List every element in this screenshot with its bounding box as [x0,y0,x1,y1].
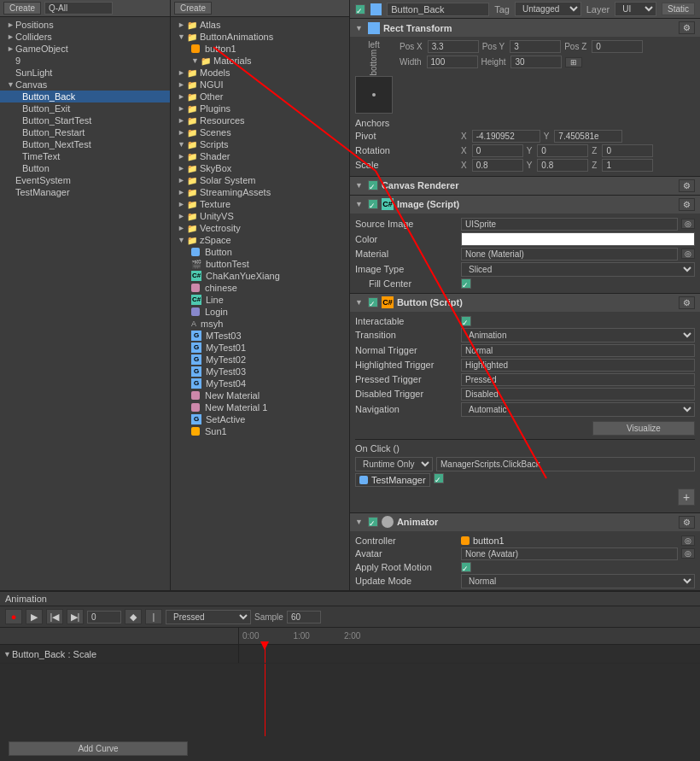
image-script-checkbox[interactable] [368,199,378,209]
hierarchy-create-button[interactable]: Create [3,2,41,15]
posy-input[interactable] [510,40,561,53]
project-item-sun1[interactable]: Sun1 [171,425,349,437]
scalez-input[interactable] [602,159,653,172]
project-item-setactive[interactable]: G SetActive [171,413,349,425]
clip-dropdown[interactable]: Pressed [166,610,251,624]
material-input[interactable] [461,248,678,260]
project-item-texture[interactable]: Texture [171,198,349,210]
hierarchy-item-9[interactable]: 9 [0,55,170,67]
material-picker[interactable]: ◎ [681,249,695,259]
project-item-zspace[interactable]: zSpace [171,234,349,246]
project-item-button1[interactable]: button1 [171,43,349,55]
test-manager-checkbox[interactable] [434,473,444,483]
project-item-buttontest[interactable]: buttonTest [171,258,349,270]
transition-dropdown[interactable]: Animation [461,328,695,342]
project-item-mytest02[interactable]: G MyTest02 [171,354,349,366]
visualize-button[interactable]: Visualize [592,421,695,436]
play-button[interactable]: ▶ [26,609,43,624]
apply-root-motion-checkbox[interactable] [461,562,471,572]
controller-picker[interactable]: ◎ [681,536,695,546]
scaley-input[interactable] [537,159,588,172]
project-item-scenes[interactable]: Scenes [171,126,349,138]
posx-input[interactable] [428,40,479,53]
canvas-renderer-header[interactable]: ▼ Canvas Renderer ⚙ [350,177,700,195]
canvas-renderer-menu[interactable]: ⚙ [679,179,695,192]
project-item-resources[interactable]: Resources [171,114,349,126]
hierarchy-item-positions[interactable]: Positions [0,19,170,31]
image-script-header[interactable]: ▼ C# Image (Script) ⚙ [350,196,700,214]
canvas-renderer-checkbox[interactable] [368,180,378,190]
record-button[interactable]: ● [5,609,22,624]
project-item-ngui[interactable]: NGUI [171,79,349,91]
hierarchy-item-canvas[interactable]: Canvas [0,79,170,91]
project-item-other[interactable]: Other [171,91,349,102]
pivot-y-input[interactable] [554,130,622,143]
avatar-picker[interactable]: ◎ [681,548,695,559]
layer-dropdown[interactable]: UI [615,2,656,16]
button-script-header[interactable]: ▼ C# Button (Script) ⚙ [350,294,700,312]
navigation-dropdown[interactable]: Automatic [461,402,695,417]
project-item-shader[interactable]: Shader [171,150,349,162]
project-item-plugins[interactable]: Plugins [171,102,349,114]
prev-frame-button[interactable]: |◀ [46,609,63,624]
project-create-button[interactable]: Create [174,2,212,15]
project-item-mytest04[interactable]: G MyTest04 [171,378,349,389]
project-item-line[interactable]: C# Line [171,294,349,306]
project-item-mytest01[interactable]: G MyTest01 [171,342,349,354]
project-item-scripts[interactable]: Scripts [171,138,349,150]
button-script-menu[interactable]: ⚙ [679,296,695,309]
project-item-models[interactable]: Models [171,67,349,79]
active-checkbox[interactable] [355,4,365,15]
color-picker[interactable] [461,232,695,246]
project-item-buttonanimations[interactable]: ButtonAnimations [171,31,349,43]
button-script-checkbox[interactable] [368,297,378,307]
animator-checkbox[interactable] [368,517,378,527]
project-item-atlas[interactable]: Atlas [171,19,349,31]
normal-trigger-input[interactable] [461,344,695,357]
hierarchy-item-sunlight[interactable]: SunLight [0,67,170,79]
scalex-input[interactable] [472,159,523,172]
hierarchy-item-eventsystem[interactable]: EventSystem [0,174,170,186]
hierarchy-item-gameobject[interactable]: GameObject [0,43,170,55]
project-item-solarsystem[interactable]: Solar System [171,174,349,186]
project-item-chinese[interactable]: chinese [171,282,349,294]
pivot-x-input[interactable] [472,130,540,143]
rotz-input[interactable] [602,144,653,157]
rect-expand-button[interactable]: ⊞ [565,57,582,67]
width-input[interactable] [427,56,478,68]
hierarchy-item-button-exit[interactable]: Button_Exit [0,102,170,114]
project-item-chakanyuexiang[interactable]: C# ChaKanYueXiang [171,270,349,282]
add-curve-button[interactable]: Add Curve [9,741,188,756]
rotx-input[interactable] [472,144,523,157]
roty-input[interactable] [537,144,588,157]
frame-input[interactable] [87,611,121,623]
hierarchy-item-colliders[interactable]: Colliders [0,31,170,43]
rect-transform-header[interactable]: ▼ Rect Transform ⚙ [350,19,700,37]
project-item-unityvs[interactable]: UnityVS [171,210,349,222]
next-frame-button[interactable]: ▶| [67,609,84,624]
disabled-trigger-input[interactable] [461,388,695,401]
posz-input[interactable] [592,40,643,53]
hierarchy-item-button[interactable]: Button [0,162,170,174]
callback-input[interactable] [436,457,695,471]
tag-dropdown[interactable]: Untagged [515,2,581,16]
hierarchy-item-button-back[interactable]: Button_Back [0,91,170,102]
image-script-menu[interactable]: ⚙ [679,198,695,211]
avatar-input[interactable] [461,547,678,560]
project-item-msyh[interactable]: A msyh [171,318,349,330]
animator-header[interactable]: ▼ Animator ⚙ [350,513,700,531]
on-click-add-button[interactable]: + [678,489,695,506]
update-mode-dropdown[interactable]: Normal [461,574,695,588]
source-image-input[interactable] [461,218,678,231]
project-item-new-material[interactable]: New Material [171,389,349,401]
pressed-trigger-input[interactable] [461,373,695,386]
hierarchy-item-testmanager[interactable]: TestManager [0,186,170,198]
interactable-checkbox[interactable] [461,316,471,326]
animator-menu[interactable]: ⚙ [679,516,695,529]
highlighted-trigger-input[interactable] [461,359,695,372]
static-button[interactable]: Static [662,3,695,15]
hierarchy-item-button-restart[interactable]: Button_Restart [0,126,170,138]
test-manager-ref[interactable]: TestManager [355,473,430,487]
project-item-streamingassets[interactable]: StreamingAssets [171,186,349,198]
project-item-login[interactable]: Login [171,306,349,318]
